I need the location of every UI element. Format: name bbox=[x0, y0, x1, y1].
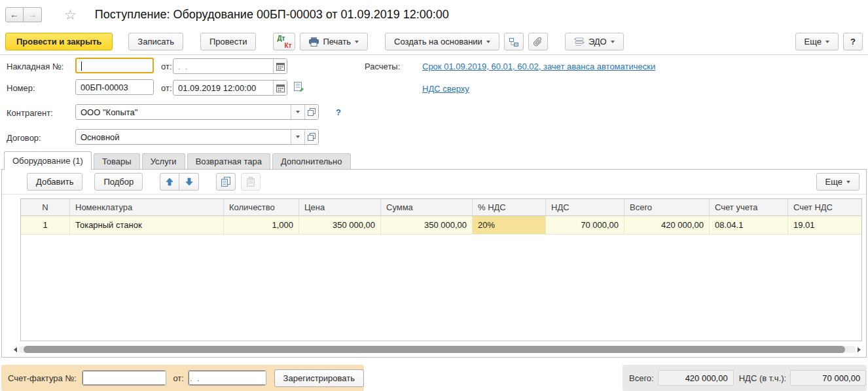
receipt-document-window: ← → ☆ Поступление: Оборудование 00БП-000… bbox=[0, 0, 868, 391]
print-button[interactable]: Печать bbox=[300, 33, 368, 50]
cell-vat[interactable]: 70 000,00 bbox=[546, 216, 624, 234]
chevron-down-icon bbox=[846, 181, 850, 183]
invoice-date-input[interactable] bbox=[189, 371, 266, 385]
invoice-date-from-label: от: bbox=[173, 373, 184, 383]
cell-vat-account[interactable]: 19.01 bbox=[788, 216, 861, 234]
arrow-down-icon bbox=[185, 177, 193, 186]
tab-returnable-packaging[interactable]: Возвратная тара bbox=[187, 153, 270, 169]
column-header-account: Счет учета bbox=[710, 199, 788, 216]
counterparty-dropdown-button[interactable] bbox=[291, 105, 304, 119]
favorite-star-icon[interactable]: ☆ bbox=[64, 8, 77, 22]
contract-open-button[interactable] bbox=[304, 130, 318, 144]
tab-additional[interactable]: Дополнительно bbox=[272, 153, 351, 169]
scrollbar-track[interactable] bbox=[19, 346, 856, 353]
vat-mode-link[interactable]: НДС сверху bbox=[422, 84, 469, 94]
tab-goods[interactable]: Товары bbox=[94, 153, 140, 169]
counterparty-open-button[interactable] bbox=[304, 105, 318, 119]
copy-row-button[interactable] bbox=[216, 173, 236, 191]
set-time-icon[interactable] bbox=[294, 82, 304, 92]
total-value: 420 000,00 bbox=[658, 370, 734, 386]
invoice-number-input[interactable] bbox=[82, 371, 166, 385]
vat-included-value: 70 000,00 bbox=[790, 370, 866, 386]
waybill-date-from-label: от: bbox=[161, 62, 172, 71]
date-from-label: от: bbox=[161, 83, 172, 93]
waybill-date-field bbox=[173, 58, 287, 74]
scroll-right-arrow[interactable] bbox=[858, 347, 861, 352]
cell-vat-rate[interactable]: 20% bbox=[473, 216, 546, 234]
add-row-button[interactable]: Добавить bbox=[27, 173, 82, 191]
paste-row-button[interactable] bbox=[241, 173, 261, 191]
cell-amount[interactable]: 350 000,00 bbox=[381, 216, 473, 234]
table-row[interactable]: 1 Токарный станок 1,000 350 000,00 350 0… bbox=[21, 216, 861, 234]
column-header-nomenclature: Номенклатура bbox=[70, 199, 224, 216]
number-input[interactable] bbox=[76, 80, 153, 94]
scrollbar-thumb[interactable] bbox=[24, 346, 845, 353]
column-header-quantity: Количество bbox=[224, 199, 299, 216]
date-input[interactable] bbox=[173, 81, 273, 95]
counterparty-label: Контрагент: bbox=[7, 108, 53, 118]
move-row-down-button[interactable] bbox=[179, 173, 199, 191]
tab-equipment[interactable]: Оборудование (1) bbox=[4, 151, 92, 170]
post-and-close-button[interactable]: Провести и закрыть bbox=[5, 33, 113, 50]
open-icon bbox=[308, 133, 316, 141]
column-header-amount: Сумма bbox=[381, 199, 473, 216]
pick-button[interactable]: Подбор bbox=[94, 173, 143, 191]
more-label: Еще bbox=[805, 37, 822, 47]
post-button[interactable]: Провести bbox=[200, 33, 257, 50]
cell-n[interactable]: 1 bbox=[21, 216, 70, 234]
calendar-icon bbox=[276, 62, 285, 71]
main-toolbar: Провести и закрыть Записать Провести ДтК… bbox=[0, 29, 868, 55]
counterparty-input[interactable] bbox=[76, 105, 291, 119]
dtkt-postings-button[interactable]: ДтКт bbox=[273, 33, 295, 50]
waybill-date-input[interactable] bbox=[173, 59, 273, 73]
invoice-register-panel: Счет-фактура №: от: Зарегистрировать bbox=[1, 365, 364, 391]
attachments-button[interactable] bbox=[528, 33, 548, 50]
number-field bbox=[75, 79, 154, 95]
cell-account[interactable]: 08.04.1 bbox=[710, 216, 788, 234]
more-button[interactable]: Еще bbox=[795, 33, 839, 50]
copy-icon bbox=[221, 177, 231, 187]
paste-icon bbox=[246, 177, 255, 187]
forward-icon: → bbox=[28, 9, 37, 20]
waybill-number-input[interactable] bbox=[77, 59, 153, 72]
chevron-down-icon bbox=[825, 41, 829, 43]
create-based-on-button[interactable]: Создать на основании bbox=[385, 33, 499, 50]
cell-quantity[interactable]: 1,000 bbox=[224, 216, 299, 234]
chevron-down-icon bbox=[296, 111, 300, 113]
settlements-link[interactable]: Срок 01.09.2019, 60.01, 60.02, зачет ава… bbox=[422, 62, 655, 71]
scroll-left-arrow[interactable] bbox=[14, 347, 17, 352]
forward-button[interactable]: → bbox=[24, 7, 42, 22]
grid-more-label: Еще bbox=[825, 177, 842, 187]
register-invoice-button[interactable]: Зарегистрировать bbox=[274, 369, 364, 387]
move-row-up-button[interactable] bbox=[160, 173, 179, 191]
back-button[interactable]: ← bbox=[5, 7, 24, 22]
chevron-down-icon bbox=[611, 41, 615, 43]
items-grid: N Номенклатура Количество Цена Сумма % Н… bbox=[20, 198, 862, 341]
related-documents-button[interactable] bbox=[504, 33, 524, 50]
calendar-button[interactable] bbox=[273, 59, 287, 73]
grid-more-button[interactable]: Еще bbox=[816, 173, 859, 191]
column-header-n: N bbox=[21, 199, 70, 216]
edo-label: ЭДО bbox=[588, 37, 607, 47]
tab-services[interactable]: Услуги bbox=[142, 153, 185, 169]
cell-nomenclature[interactable]: Токарный станок bbox=[70, 216, 224, 234]
text-cursor bbox=[81, 62, 82, 71]
counterparty-help-icon[interactable]: ? bbox=[336, 107, 341, 117]
arrow-up-icon bbox=[166, 177, 173, 186]
cell-total[interactable]: 420 000,00 bbox=[624, 216, 710, 234]
contract-dropdown-button[interactable] bbox=[291, 130, 304, 144]
calendar-button[interactable] bbox=[273, 81, 287, 95]
contract-label: Договор: bbox=[7, 133, 41, 143]
help-button[interactable]: ? bbox=[843, 33, 863, 50]
contract-input[interactable] bbox=[76, 130, 291, 144]
history-nav: ← → bbox=[5, 7, 42, 22]
move-row-group bbox=[160, 173, 199, 191]
column-header-price: Цена bbox=[299, 199, 381, 216]
invoice-date-field bbox=[188, 370, 266, 386]
cell-price[interactable]: 350 000,00 bbox=[299, 216, 381, 234]
save-button[interactable]: Записать bbox=[128, 33, 183, 50]
back-icon: ← bbox=[10, 9, 19, 20]
title-bar: ← → ☆ Поступление: Оборудование 00БП-000… bbox=[0, 0, 868, 29]
number-label: Номер: bbox=[7, 83, 35, 93]
edo-button[interactable]: ЭДО bbox=[565, 33, 624, 50]
